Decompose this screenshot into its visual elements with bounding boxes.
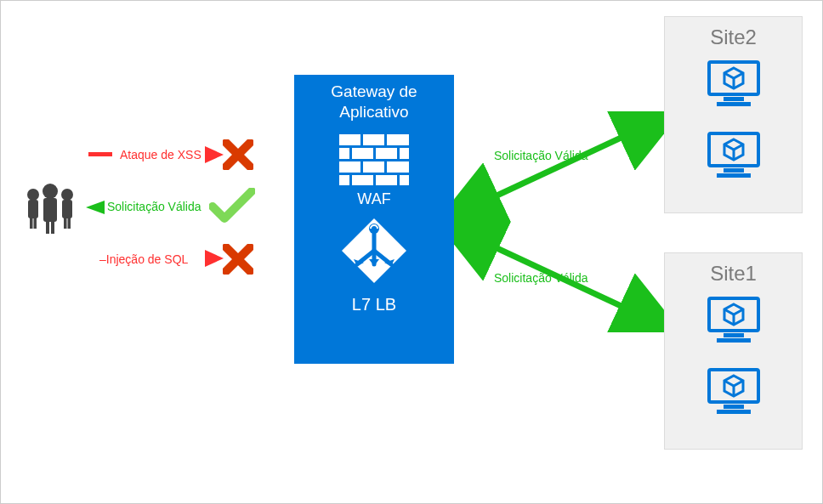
svg-rect-34: [400, 175, 409, 185]
svg-rect-52: [717, 338, 751, 343]
allowed-check-icon: [209, 188, 255, 225]
site2-box: Site2: [664, 16, 803, 213]
svg-rect-5: [28, 200, 38, 218]
svg-rect-24: [339, 148, 349, 159]
svg-rect-47: [717, 173, 751, 178]
site1-title: Site1: [710, 262, 757, 286]
svg-rect-22: [363, 134, 384, 145]
svg-rect-27: [400, 148, 409, 159]
vm-monitor-icon: [707, 59, 761, 112]
svg-rect-56: [724, 405, 744, 409]
svg-point-4: [27, 189, 39, 201]
svg-rect-23: [387, 134, 409, 145]
svg-rect-29: [363, 161, 384, 173]
svg-rect-11: [68, 217, 71, 229]
gateway-title: Gateway de Aplicativo: [331, 82, 417, 122]
svg-rect-2: [46, 220, 49, 234]
svg-rect-6: [30, 217, 33, 229]
arrowhead-right-icon: [205, 146, 224, 163]
svg-marker-16: [86, 201, 105, 214]
svg-line-62: [466, 123, 652, 210]
svg-rect-12: [88, 152, 112, 156]
svg-rect-25: [352, 148, 373, 159]
svg-rect-3: [51, 220, 54, 234]
site1-box: Site1: [664, 252, 803, 450]
double-arrow-icon: [454, 111, 664, 222]
l7-lb-label: L7 LB: [352, 295, 396, 314]
svg-rect-42: [717, 102, 751, 106]
sql-injection-label: –Injeção de SQL: [99, 252, 188, 266]
svg-rect-32: [352, 175, 373, 185]
blocked-x-icon: [223, 244, 253, 275]
dash-icon: [88, 152, 112, 157]
vm-monitor-icon: [707, 131, 761, 184]
svg-point-8: [61, 189, 73, 201]
svg-rect-57: [717, 410, 751, 414]
brick-wall-icon: [339, 134, 409, 185]
svg-rect-51: [724, 333, 744, 337]
svg-rect-31: [339, 175, 349, 185]
gateway-box: Gateway de Aplicativo WAF: [294, 75, 454, 364]
svg-rect-41: [724, 97, 744, 101]
waf-label: WAF: [357, 190, 390, 208]
blocked-x-icon: [223, 139, 253, 170]
svg-rect-1: [43, 198, 57, 222]
loadbalancer-icon: [340, 217, 408, 288]
xss-attack-label: Ataque de XSS: [120, 148, 201, 161]
svg-marker-17: [205, 250, 224, 267]
svg-point-0: [43, 184, 58, 199]
svg-rect-9: [62, 200, 72, 218]
svg-rect-26: [376, 148, 397, 159]
users-group-icon: [21, 179, 79, 237]
arrowhead-right-icon: [205, 250, 224, 267]
vm-monitor-icon: [707, 296, 761, 348]
valid-request-top-label: Solicitação Válida: [494, 149, 588, 162]
svg-marker-13: [205, 146, 224, 163]
arrowhead-left-icon: [86, 201, 105, 214]
svg-rect-10: [64, 217, 67, 229]
valid-request-left-label: Solicitação Válida: [107, 200, 201, 213]
svg-rect-28: [339, 161, 360, 173]
svg-rect-30: [387, 161, 409, 173]
svg-rect-21: [339, 134, 360, 145]
svg-rect-33: [376, 175, 397, 185]
site2-title: Site2: [710, 25, 757, 49]
vm-monitor-icon: [707, 367, 761, 420]
svg-rect-7: [34, 217, 37, 229]
valid-request-bottom-label: Solicitação Válida: [494, 271, 588, 285]
svg-rect-46: [724, 168, 744, 173]
